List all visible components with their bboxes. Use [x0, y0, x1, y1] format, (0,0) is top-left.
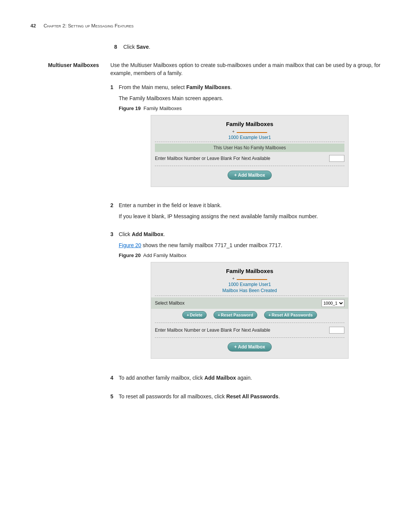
fig20-reset-pwd-label: Reset Password — [221, 313, 253, 317]
fig20-field-label: Enter Mailbox Number or Leave Blank For … — [155, 328, 270, 333]
fig19-subtitle: 1000 Example User1 — [151, 135, 348, 140]
fig20-title: Family Mailboxes — [151, 268, 348, 274]
step-3-bold: Add Mailbox — [132, 231, 163, 237]
figure-20-caption: Add Family Mailbox — [143, 252, 186, 258]
step-4-bold: Add Mailbox — [204, 375, 236, 381]
step-4: 4 To add another family mailbox, click A… — [110, 374, 381, 388]
step-2-body: Enter a number in the field or leave it … — [119, 201, 381, 224]
chapter-title: Chapter 2: Setting up Messaging Features — [43, 23, 134, 29]
section-content: Use the Multiuser Mailboxes option to cr… — [110, 61, 381, 411]
figure-20-link[interactable]: Figure 20 — [119, 242, 141, 248]
fig20-reset-all-label: Reset All Passwords — [272, 313, 313, 317]
fig19-field-row: Enter Mailbox Number or Leave Blank For … — [151, 153, 348, 164]
figure-20-mockup: Family Mailboxes + 1000 Example User1 Ma… — [151, 262, 349, 359]
step-1-number: 1 — [110, 84, 116, 90]
step-1-sub: The Family Mailboxes Main screen appears… — [119, 94, 381, 102]
multiuser-section: Multiuser Mailboxes Use the Multiuser Ma… — [30, 61, 381, 411]
step-2: 2 Enter a number in the field or leave i… — [110, 201, 381, 224]
step-1-text: From the Main menu, select Family Mailbo… — [119, 83, 381, 91]
step-5-number: 5 — [110, 393, 116, 399]
fig19-add-btn-row: +Add Mailbox — [151, 168, 348, 181]
fig20-subtitle2: Mailbox Has Been Created — [151, 288, 348, 293]
bottom-steps: 4 To add another family mailbox, click A… — [110, 374, 381, 407]
fig20-select-label: Select Mailbox — [155, 300, 185, 306]
fig20-select[interactable]: 1000_1 — [322, 299, 344, 307]
fig20-divider1 — [155, 296, 344, 296]
step-4-text: To add another family mailbox, click Add… — [119, 374, 252, 382]
fig20-select-row: Select Mailbox 1000_1 — [151, 297, 348, 309]
step-8-number: 8 — [114, 44, 120, 50]
section-description: Use the Multiuser Mailboxes option to cr… — [110, 61, 381, 77]
fig20-delete-label: Delete — [190, 313, 202, 317]
fig19-input[interactable] — [329, 155, 344, 162]
step-3: 3 Click Add Mailbox. Figure 20 shows the… — [110, 230, 381, 366]
step-8-suffix: . — [149, 44, 150, 50]
step-4-number: 4 — [110, 375, 116, 381]
step-1: 1 From the Main menu, select Family Mail… — [110, 83, 381, 195]
fig20-action-row: +Delete +Reset Password +Reset All Passw… — [151, 309, 348, 321]
figure-20-number: Figure 20 — [119, 252, 141, 258]
fig20-reset-all-button[interactable]: +Reset All Passwords — [264, 311, 317, 319]
step-3-number: 3 — [110, 231, 116, 237]
page-number: 42 — [30, 23, 36, 29]
figure-19-mockup: Family Mailboxes + 1000 Example User1 Th… — [151, 115, 349, 187]
fig20-divider2 — [155, 323, 344, 323]
step-8-text: Click Save. — [123, 44, 150, 50]
fig19-divider1 — [155, 142, 344, 142]
fig20-add-btn-row: +Add Mailbox — [151, 339, 348, 353]
fig20-reset-pwd-button[interactable]: +Reset Password — [213, 311, 257, 319]
step-5: 5 To reset all passwords for all mailbox… — [110, 393, 381, 407]
step-2-number: 2 — [110, 202, 116, 208]
fig19-add-mailbox-button[interactable]: +Add Mailbox — [228, 171, 271, 180]
fig19-divider2 — [155, 166, 344, 166]
fig19-title: Family Mailboxes — [151, 121, 348, 127]
step-3-text: Click Add Mailbox. — [119, 230, 381, 238]
fig19-add-btn-label: Add Mailbox — [238, 173, 265, 178]
step-8-bold: Save — [136, 44, 149, 50]
step-2-sub: If you leave it blank, IP Messaging assi… — [119, 212, 381, 220]
fig19-field-label: Enter Mailbox Number or Leave Blank For … — [155, 156, 270, 161]
figure-19-caption: Family Mailboxes — [143, 105, 182, 111]
step-3-body: Click Add Mailbox. Figure 20 shows the n… — [119, 230, 381, 366]
step-1-body: From the Main menu, select Family Mailbo… — [119, 83, 381, 195]
figure-19-number: Figure 19 — [119, 105, 141, 111]
figure-19-label: Figure 19 Family Mailboxes — [119, 105, 381, 111]
step-1-bold: Family Mailboxes — [186, 84, 230, 90]
step-5-bold: Reset All Passwords — [226, 393, 278, 399]
step-3-link-suffix: shows the new family mailbox 7717_1 unde… — [143, 242, 282, 248]
step-2-text: Enter a number in the field or leave it … — [119, 201, 381, 209]
step-3-sub: Figure 20 shows the new family mailbox 7… — [119, 241, 381, 249]
fig20-divider3 — [155, 337, 344, 338]
fig20-field-row: Enter Mailbox Number or Leave Blank For … — [151, 324, 348, 336]
fig20-delete-button[interactable]: +Delete — [182, 311, 206, 319]
page-header: 42 Chapter 2: Setting up Messaging Featu… — [30, 23, 381, 29]
fig19-info: This User Has No Family Mailboxes — [155, 144, 344, 152]
figure-20-label: Figure 20 Add Family Mailbox — [119, 252, 381, 258]
fig20-input[interactable] — [329, 327, 344, 334]
fig20-subtitle: 1000 Example User1 — [151, 282, 348, 287]
fig20-add-btn-label: Add Mailbox — [238, 344, 265, 350]
step-8-block: 8 Click Save. — [114, 44, 381, 50]
fig20-add-mailbox-button[interactable]: +Add Mailbox — [228, 342, 271, 351]
section-label: Multiuser Mailboxes — [30, 61, 99, 411]
step-5-text: To reset all passwords for all mailboxes… — [119, 393, 280, 401]
